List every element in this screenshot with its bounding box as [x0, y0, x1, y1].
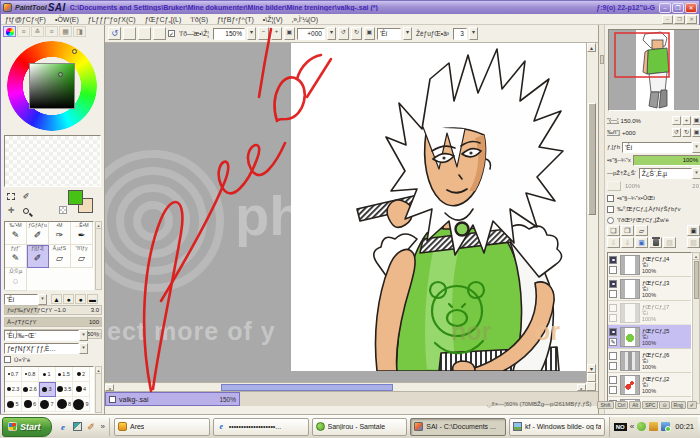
- layer-tool-button[interactable]: ▧: [687, 237, 700, 248]
- document-tab[interactable]: valkg-.sai 150%: [105, 392, 240, 406]
- doc-restore-button[interactable]: ❐: [674, 15, 685, 24]
- brush-shape-dropdown-button[interactable]: ▾: [79, 330, 88, 341]
- tool-cell[interactable]: ‚Ú‚©‚µ ◌: [5, 268, 27, 291]
- size-grid-scrollbar[interactable]: ▲: [95, 366, 102, 413]
- quick-launch-icon[interactable]: ✐: [86, 421, 97, 432]
- network-tray-icon[interactable]: [661, 422, 670, 431]
- scroll-extra-button[interactable]: [587, 373, 596, 382]
- menu-item[interactable]: 'I'ð(S): [190, 16, 208, 23]
- layer-scroll-thumb[interactable]: [694, 261, 699, 299]
- close-button[interactable]: ✕: [685, 3, 697, 13]
- sv-marker[interactable]: [58, 72, 63, 77]
- zoom-dropdown-button[interactable]: ▾: [247, 27, 256, 40]
- layer-mode-dropdown[interactable]: 'Êí: [622, 142, 692, 153]
- menu-item[interactable]: ‚»‚Ì‘¼(O): [292, 16, 318, 23]
- brush-size-cell[interactable]: 5: [5, 397, 22, 412]
- layer-tool-button[interactable]: ❐: [621, 225, 634, 236]
- layer-row[interactable]: ƒŒƒCƒ„[4 'Êí 100%: [608, 253, 691, 277]
- scratchpad[interactable]: [4, 135, 101, 187]
- nav-zoom-reset-button[interactable]: ▣: [692, 116, 700, 125]
- layer-mode-dropdown-button[interactable]: ▾: [692, 142, 700, 153]
- reset-view-button[interactable]: ↺: [108, 27, 121, 40]
- brush-size-cell[interactable]: 2.3: [5, 382, 22, 397]
- brush-size-cell[interactable]: 3: [39, 382, 56, 397]
- taskbar-button[interactable]: SAI - C:\Documents ...: [410, 418, 506, 436]
- rotate-dropdown-button[interactable]: ▾: [327, 27, 336, 40]
- brush-size-cell[interactable]: 2.6: [22, 382, 39, 397]
- canvas-vertical-scrollbar[interactable]: ▴ ▾: [586, 43, 596, 382]
- zoom-in-button[interactable]: +: [271, 27, 282, 40]
- hue-marker[interactable]: [72, 49, 77, 54]
- brush-size-cell[interactable]: 0.7: [5, 367, 22, 382]
- brush-size-cell[interactable]: 6: [22, 397, 39, 412]
- brush-size-cell[interactable]: 1: [39, 367, 56, 382]
- layer-visibility-toggle[interactable]: [609, 304, 617, 312]
- layer-visibility-toggle[interactable]: [609, 328, 617, 336]
- layer-opacity-slider[interactable]: 100%: [633, 155, 700, 166]
- menu-item[interactable]: ƒtƒBƒ‹ƒ^(T): [217, 16, 254, 23]
- texture-dropdown[interactable]: ƒeƒNƒXƒ`ƒƒ‚È…: [4, 343, 79, 354]
- menu-item[interactable]: ƒtƒ@ƒCƒ‹(F): [5, 16, 46, 23]
- menu-item[interactable]: ƒŒƒCƒ„[(L): [145, 16, 182, 23]
- quick-launch-icon[interactable]: e: [58, 421, 69, 432]
- tool-cell[interactable]: •M ✑: [49, 222, 71, 245]
- brush-edge-option[interactable]: ●: [75, 294, 86, 304]
- zoom-tool[interactable]: [19, 204, 33, 217]
- taskbar-button[interactable]: kf - Windows bilde- og fa...: [509, 418, 605, 436]
- layer-tool-button[interactable]: [649, 237, 662, 248]
- rotate-reset-button[interactable]: ▣: [364, 27, 375, 40]
- layer-tool-button[interactable]: ⇩: [607, 237, 620, 248]
- canvas-viewport[interactable]: ph ect more of y: [105, 43, 586, 382]
- brush-edge-option[interactable]: ▲: [51, 294, 62, 304]
- layer-tool-button[interactable]: ▣: [687, 225, 700, 236]
- layer-row[interactable]: ƒŒƒCƒ„[6 'Êí 100%: [608, 349, 691, 373]
- nav-zoom-in-button[interactable]: +: [682, 116, 691, 125]
- layer-row[interactable]: ƒŒƒCƒ„[7 'Êí 100%: [608, 301, 691, 325]
- mode-dropdown-button[interactable]: ▾: [403, 27, 412, 40]
- mixer-tab[interactable]: ≡: [45, 26, 58, 37]
- doc-minimize-button[interactable]: –: [662, 15, 673, 24]
- rotate-cw-button[interactable]: ↻: [351, 27, 362, 40]
- rotate-ccw-button[interactable]: ↺: [338, 27, 349, 40]
- brush-size-cell[interactable]: 2: [73, 367, 90, 382]
- show-selection-checkbox[interactable]: ✓: [168, 30, 175, 37]
- layer-visibility-toggle[interactable]: [609, 352, 617, 360]
- brush-size-cell[interactable]: 4: [73, 382, 90, 397]
- titlebar[interactable]: PaintTool SAI C:\Documents and Settings\…: [1, 1, 699, 14]
- brush-size-cell[interactable]: 9: [73, 397, 90, 412]
- panel-collapse-button[interactable]: [600, 55, 604, 64]
- menu-item[interactable]: •\Ž¦(V): [263, 16, 283, 23]
- taskbar-button[interactable]: Ares: [114, 418, 210, 436]
- vertical-scroll-thumb[interactable]: [588, 103, 596, 215]
- tool-cell[interactable]: ƒ}[ƒJ[ ✐: [27, 245, 49, 268]
- nav-rotate-ccw-button[interactable]: ↺: [672, 128, 681, 137]
- tool-cell[interactable]: ”ñ'lƒy ▱: [71, 245, 93, 268]
- marquee-tool[interactable]: [4, 190, 18, 203]
- clipping-group-checkbox[interactable]: [607, 206, 614, 213]
- layer-row[interactable]: ƒŒƒCƒ„[5 'Êí 100%: [608, 325, 691, 349]
- brush-edge-option[interactable]: ▬: [87, 294, 98, 304]
- start-button[interactable]: Start: [2, 417, 52, 437]
- layer-row[interactable]: ƒŒƒCƒ„[3 'Êí 100%: [608, 277, 691, 301]
- drawing-canvas[interactable]: ph ect more of y: [105, 43, 586, 382]
- layer-tool-button[interactable]: ❏: [607, 225, 620, 236]
- rgb-slider-tab[interactable]: ≡: [17, 26, 30, 37]
- extra-view-button[interactable]: [153, 27, 166, 40]
- messenger-tray-icon[interactable]: [637, 422, 646, 431]
- scroll-right-button[interactable]: ▸: [577, 384, 586, 391]
- saturation-value-square[interactable]: [29, 63, 75, 109]
- layer-tool-button[interactable]: ▱: [635, 225, 648, 236]
- minimize-button[interactable]: –: [659, 3, 671, 13]
- nav-rotate-reset-button[interactable]: ▣: [692, 128, 700, 137]
- edge-dropdown-button[interactable]: ▾: [38, 294, 47, 305]
- canvas-horizontal-scrollbar[interactable]: ◂ ▸: [105, 382, 586, 391]
- scroll-down-button[interactable]: ▾: [587, 364, 596, 373]
- tool-cell[interactable]: ƒGƒAƒu ✐: [27, 222, 49, 245]
- doc-close-button[interactable]: ✕: [686, 15, 697, 24]
- layer-visibility-toggle[interactable]: [609, 256, 617, 264]
- chevron-icon[interactable]: »: [101, 422, 105, 431]
- layer-tool-button[interactable]: ⇓: [621, 237, 634, 248]
- undo-view-button[interactable]: [123, 27, 136, 40]
- tool-grid-scrollbar[interactable]: ▲: [95, 221, 102, 290]
- layer-visibility-toggle[interactable]: [609, 280, 617, 288]
